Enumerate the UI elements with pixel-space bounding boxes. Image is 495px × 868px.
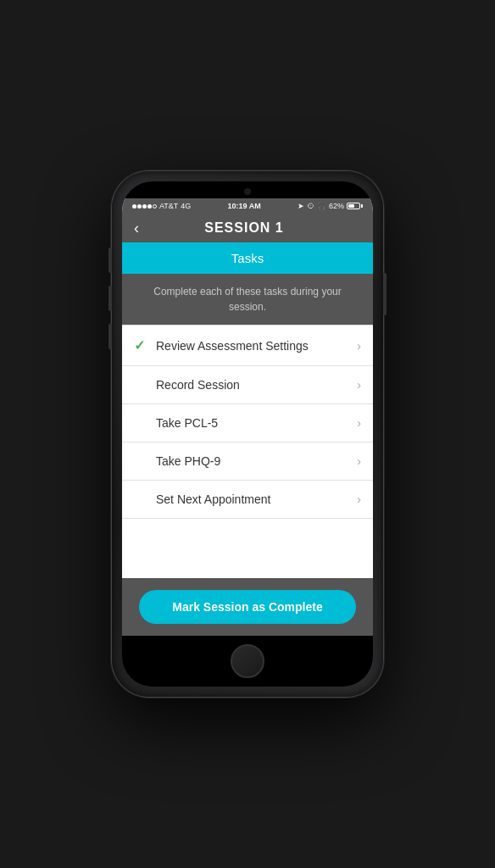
signal-indicator: [132, 204, 157, 209]
task-item[interactable]: Set Next Appointment›: [122, 481, 373, 519]
tasks-header: Tasks: [122, 242, 373, 274]
nav-title: SESSION 1: [147, 220, 341, 236]
task-label-text: Take PCL-5: [156, 416, 357, 430]
battery-body: [347, 203, 360, 209]
bottom-area: Mark Session as Complete: [122, 578, 373, 636]
task-item[interactable]: ✓Review Assessment Settings›: [122, 325, 373, 366]
status-left: AT&T 4G: [132, 202, 191, 210]
signal-dot-4: [147, 204, 152, 209]
battery-fill: [348, 204, 354, 208]
task-label-text: Set Next Appointment: [156, 492, 357, 506]
status-bar: AT&T 4G 10:19 AM ➤ ⏲ 🎧 62%: [122, 198, 373, 214]
battery-percent: 62%: [329, 202, 344, 210]
status-right: ➤ ⏲ 🎧 62%: [298, 202, 363, 210]
task-label-text: Take PHQ-9: [156, 454, 357, 468]
chevron-right-icon: ›: [357, 492, 361, 506]
task-list: ✓Review Assessment Settings›Record Sessi…: [122, 325, 373, 578]
location-icon: ➤: [298, 202, 304, 210]
signal-dot-1: [132, 204, 136, 209]
carrier-label: AT&T: [159, 202, 178, 210]
task-item[interactable]: Take PCL-5›: [122, 404, 373, 442]
home-button[interactable]: [231, 644, 264, 678]
task-label-text: Record Session: [156, 378, 357, 392]
chevron-right-icon: ›: [357, 339, 361, 353]
status-time: 10:19 AM: [228, 202, 261, 210]
chevron-right-icon: ›: [357, 416, 361, 430]
battery-icon: [347, 203, 363, 209]
subtitle-text: Complete each of these tasks during your…: [153, 286, 341, 313]
task-item[interactable]: Record Session›: [122, 366, 373, 404]
back-button[interactable]: ‹: [134, 220, 139, 236]
signal-dot-5: [153, 204, 157, 209]
task-item[interactable]: Take PHQ-9›: [122, 442, 373, 481]
task-label-text: Review Assessment Settings: [156, 339, 357, 353]
headphones-icon: 🎧: [317, 202, 326, 210]
chevron-right-icon: ›: [357, 454, 361, 468]
chevron-right-icon: ›: [357, 378, 361, 392]
phone-device: AT&T 4G 10:19 AM ➤ ⏲ 🎧 62%: [112, 171, 383, 697]
phone-inner: AT&T 4G 10:19 AM ➤ ⏲ 🎧 62%: [122, 181, 373, 687]
network-label: 4G: [181, 202, 191, 210]
task-check-icon: ✓: [134, 337, 151, 353]
battery-tip: [361, 204, 363, 208]
alarm-icon: ⏲: [307, 202, 314, 210]
subtitle-area: Complete each of these tasks during your…: [122, 274, 373, 325]
mark-complete-button[interactable]: Mark Session as Complete: [139, 590, 356, 624]
nav-bar: ‹ SESSION 1: [122, 214, 373, 242]
signal-dot-2: [137, 204, 142, 209]
camera-dot: [244, 188, 251, 195]
phone-screen: AT&T 4G 10:19 AM ➤ ⏲ 🎧 62%: [122, 198, 373, 636]
signal-dot-3: [142, 204, 147, 209]
